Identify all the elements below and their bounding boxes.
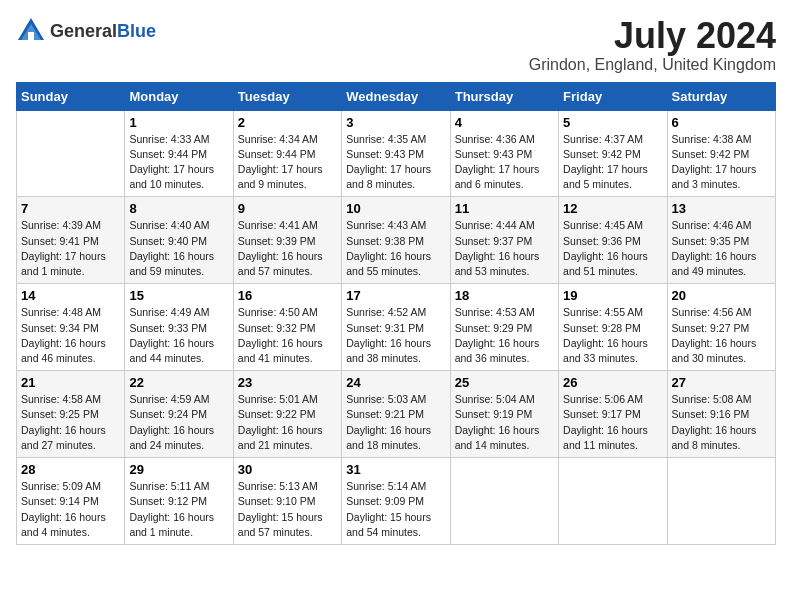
day-info: Sunrise: 5:08 AMSunset: 9:16 PMDaylight:… <box>672 392 771 453</box>
day-info: Sunrise: 4:56 AMSunset: 9:27 PMDaylight:… <box>672 305 771 366</box>
day-number: 15 <box>129 288 228 303</box>
calendar-cell <box>450 458 558 545</box>
weekday-header-row: SundayMondayTuesdayWednesdayThursdayFrid… <box>17 82 776 110</box>
day-number: 22 <box>129 375 228 390</box>
day-info: Sunrise: 4:52 AMSunset: 9:31 PMDaylight:… <box>346 305 445 366</box>
calendar-table: SundayMondayTuesdayWednesdayThursdayFrid… <box>16 82 776 545</box>
day-number: 24 <box>346 375 445 390</box>
day-info: Sunrise: 4:41 AMSunset: 9:39 PMDaylight:… <box>238 218 337 279</box>
calendar-cell: 23Sunrise: 5:01 AMSunset: 9:22 PMDayligh… <box>233 371 341 458</box>
month-title: July 2024 <box>529 16 776 56</box>
logo: GeneralBlue <box>16 16 156 46</box>
calendar-cell: 16Sunrise: 4:50 AMSunset: 9:32 PMDayligh… <box>233 284 341 371</box>
calendar-cell: 22Sunrise: 4:59 AMSunset: 9:24 PMDayligh… <box>125 371 233 458</box>
day-info: Sunrise: 4:43 AMSunset: 9:38 PMDaylight:… <box>346 218 445 279</box>
day-info: Sunrise: 4:44 AMSunset: 9:37 PMDaylight:… <box>455 218 554 279</box>
day-info: Sunrise: 5:13 AMSunset: 9:10 PMDaylight:… <box>238 479 337 540</box>
day-info: Sunrise: 4:48 AMSunset: 9:34 PMDaylight:… <box>21 305 120 366</box>
calendar-cell: 10Sunrise: 4:43 AMSunset: 9:38 PMDayligh… <box>342 197 450 284</box>
calendar-cell: 14Sunrise: 4:48 AMSunset: 9:34 PMDayligh… <box>17 284 125 371</box>
weekday-header-tuesday: Tuesday <box>233 82 341 110</box>
calendar-cell: 2Sunrise: 4:34 AMSunset: 9:44 PMDaylight… <box>233 110 341 197</box>
day-info: Sunrise: 4:38 AMSunset: 9:42 PMDaylight:… <box>672 132 771 193</box>
svg-rect-2 <box>28 32 34 40</box>
day-info: Sunrise: 4:35 AMSunset: 9:43 PMDaylight:… <box>346 132 445 193</box>
day-number: 1 <box>129 115 228 130</box>
calendar-cell: 11Sunrise: 4:44 AMSunset: 9:37 PMDayligh… <box>450 197 558 284</box>
weekday-header-saturday: Saturday <box>667 82 775 110</box>
calendar-cell: 19Sunrise: 4:55 AMSunset: 9:28 PMDayligh… <box>559 284 667 371</box>
calendar-cell: 4Sunrise: 4:36 AMSunset: 9:43 PMDaylight… <box>450 110 558 197</box>
calendar-week-row: 14Sunrise: 4:48 AMSunset: 9:34 PMDayligh… <box>17 284 776 371</box>
calendar-cell: 21Sunrise: 4:58 AMSunset: 9:25 PMDayligh… <box>17 371 125 458</box>
calendar-cell: 17Sunrise: 4:52 AMSunset: 9:31 PMDayligh… <box>342 284 450 371</box>
day-number: 7 <box>21 201 120 216</box>
day-info: Sunrise: 4:37 AMSunset: 9:42 PMDaylight:… <box>563 132 662 193</box>
day-number: 20 <box>672 288 771 303</box>
weekday-header-wednesday: Wednesday <box>342 82 450 110</box>
day-info: Sunrise: 4:58 AMSunset: 9:25 PMDaylight:… <box>21 392 120 453</box>
day-number: 14 <box>21 288 120 303</box>
calendar-cell: 6Sunrise: 4:38 AMSunset: 9:42 PMDaylight… <box>667 110 775 197</box>
day-info: Sunrise: 4:59 AMSunset: 9:24 PMDaylight:… <box>129 392 228 453</box>
day-info: Sunrise: 5:14 AMSunset: 9:09 PMDaylight:… <box>346 479 445 540</box>
calendar-cell: 7Sunrise: 4:39 AMSunset: 9:41 PMDaylight… <box>17 197 125 284</box>
day-number: 9 <box>238 201 337 216</box>
day-number: 8 <box>129 201 228 216</box>
calendar-cell: 18Sunrise: 4:53 AMSunset: 9:29 PMDayligh… <box>450 284 558 371</box>
day-number: 30 <box>238 462 337 477</box>
day-number: 3 <box>346 115 445 130</box>
day-number: 28 <box>21 462 120 477</box>
day-info: Sunrise: 5:03 AMSunset: 9:21 PMDaylight:… <box>346 392 445 453</box>
day-number: 18 <box>455 288 554 303</box>
calendar-cell: 8Sunrise: 4:40 AMSunset: 9:40 PMDaylight… <box>125 197 233 284</box>
day-number: 23 <box>238 375 337 390</box>
day-info: Sunrise: 4:36 AMSunset: 9:43 PMDaylight:… <box>455 132 554 193</box>
calendar-cell: 3Sunrise: 4:35 AMSunset: 9:43 PMDaylight… <box>342 110 450 197</box>
calendar-cell: 27Sunrise: 5:08 AMSunset: 9:16 PMDayligh… <box>667 371 775 458</box>
day-info: Sunrise: 4:50 AMSunset: 9:32 PMDaylight:… <box>238 305 337 366</box>
day-number: 17 <box>346 288 445 303</box>
day-number: 16 <box>238 288 337 303</box>
calendar-cell: 5Sunrise: 4:37 AMSunset: 9:42 PMDaylight… <box>559 110 667 197</box>
day-info: Sunrise: 5:11 AMSunset: 9:12 PMDaylight:… <box>129 479 228 540</box>
calendar-cell: 15Sunrise: 4:49 AMSunset: 9:33 PMDayligh… <box>125 284 233 371</box>
weekday-header-friday: Friday <box>559 82 667 110</box>
weekday-header-thursday: Thursday <box>450 82 558 110</box>
day-info: Sunrise: 5:01 AMSunset: 9:22 PMDaylight:… <box>238 392 337 453</box>
day-number: 25 <box>455 375 554 390</box>
day-number: 5 <box>563 115 662 130</box>
calendar-cell: 25Sunrise: 5:04 AMSunset: 9:19 PMDayligh… <box>450 371 558 458</box>
day-number: 19 <box>563 288 662 303</box>
title-area: July 2024 Grindon, England, United Kingd… <box>529 16 776 74</box>
day-info: Sunrise: 4:34 AMSunset: 9:44 PMDaylight:… <box>238 132 337 193</box>
day-info: Sunrise: 4:55 AMSunset: 9:28 PMDaylight:… <box>563 305 662 366</box>
calendar-cell: 1Sunrise: 4:33 AMSunset: 9:44 PMDaylight… <box>125 110 233 197</box>
calendar-cell <box>17 110 125 197</box>
calendar-week-row: 28Sunrise: 5:09 AMSunset: 9:14 PMDayligh… <box>17 458 776 545</box>
calendar-cell: 28Sunrise: 5:09 AMSunset: 9:14 PMDayligh… <box>17 458 125 545</box>
day-number: 13 <box>672 201 771 216</box>
calendar-cell: 26Sunrise: 5:06 AMSunset: 9:17 PMDayligh… <box>559 371 667 458</box>
calendar-cell: 9Sunrise: 4:41 AMSunset: 9:39 PMDaylight… <box>233 197 341 284</box>
calendar-cell: 12Sunrise: 4:45 AMSunset: 9:36 PMDayligh… <box>559 197 667 284</box>
logo-text-blue: Blue <box>117 21 156 41</box>
day-number: 11 <box>455 201 554 216</box>
calendar-cell: 13Sunrise: 4:46 AMSunset: 9:35 PMDayligh… <box>667 197 775 284</box>
day-info: Sunrise: 4:45 AMSunset: 9:36 PMDaylight:… <box>563 218 662 279</box>
calendar-week-row: 21Sunrise: 4:58 AMSunset: 9:25 PMDayligh… <box>17 371 776 458</box>
day-info: Sunrise: 4:49 AMSunset: 9:33 PMDaylight:… <box>129 305 228 366</box>
day-info: Sunrise: 5:04 AMSunset: 9:19 PMDaylight:… <box>455 392 554 453</box>
location-title: Grindon, England, United Kingdom <box>529 56 776 74</box>
calendar-week-row: 1Sunrise: 4:33 AMSunset: 9:44 PMDaylight… <box>17 110 776 197</box>
day-number: 29 <box>129 462 228 477</box>
day-number: 6 <box>672 115 771 130</box>
day-info: Sunrise: 4:40 AMSunset: 9:40 PMDaylight:… <box>129 218 228 279</box>
day-number: 26 <box>563 375 662 390</box>
weekday-header-monday: Monday <box>125 82 233 110</box>
day-info: Sunrise: 4:53 AMSunset: 9:29 PMDaylight:… <box>455 305 554 366</box>
calendar-cell: 31Sunrise: 5:14 AMSunset: 9:09 PMDayligh… <box>342 458 450 545</box>
calendar-cell: 20Sunrise: 4:56 AMSunset: 9:27 PMDayligh… <box>667 284 775 371</box>
calendar-cell <box>559 458 667 545</box>
day-number: 2 <box>238 115 337 130</box>
